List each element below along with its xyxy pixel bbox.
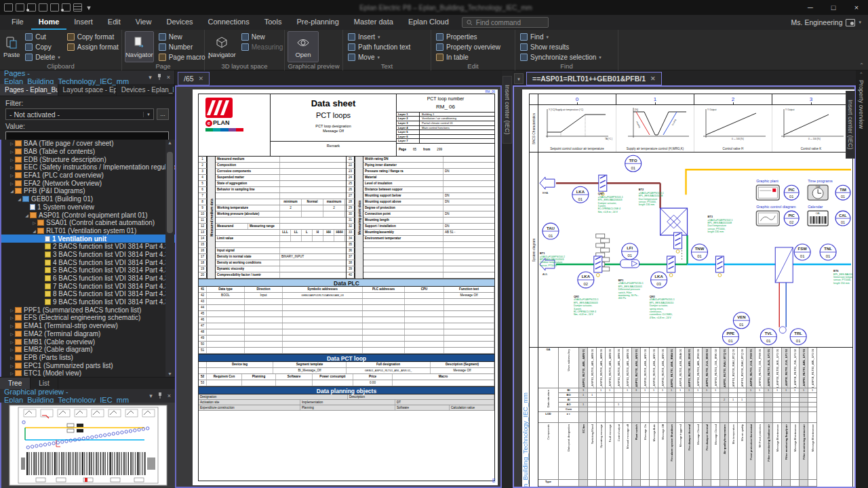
- matrix-column[interactable]: GEB01_ASP01_RLT01_AUL_LF1 011Filter moni…: [764, 348, 773, 487]
- find-command-input[interactable]: Find command: [462, 17, 549, 28]
- tab-schematic-page[interactable]: ==ASP01=RLT01++GEB01&PFB/1 ✕: [526, 72, 662, 85]
- instrument-ven-01[interactable]: VEN01: [733, 312, 749, 329]
- property-overview-tab[interactable]: Property overview: [858, 80, 865, 130]
- new-button[interactable]: New: [157, 32, 212, 42]
- tree-item[interactable]: 6 BACS function list VDI 3814 Part 4.3: [1, 274, 175, 283]
- synchronize-selection-button[interactable]: Synchronize selection▾: [518, 52, 604, 62]
- instrument-ppe-01[interactable]: PPE01: [722, 329, 738, 345]
- ribbon-tab-tools[interactable]: Tools: [257, 15, 290, 30]
- instrument-tfo-01[interactable]: TFO01: [625, 155, 642, 171]
- pin-icon[interactable]: [157, 392, 163, 400]
- tree-item[interactable]: ▷EMB2 (Cable diagram): [1, 346, 175, 354]
- ribbon-tab-pre-planning[interactable]: Pre-planning: [289, 15, 346, 30]
- remove-formatting-icon[interactable]: [73, 3, 82, 12]
- tree-item[interactable]: 7 BACS function list VDI 3814 Part 4.3: [1, 282, 175, 290]
- open-button[interactable]: Open: [288, 31, 319, 62]
- tree-item[interactable]: 4 BACS function list VDI 3814 Part 4.3: [1, 258, 175, 266]
- matrix-column[interactable]: GEB01_ASP01_RLT01_RAU_BTQ 011Mix air qua…: [738, 348, 747, 487]
- insert-center-tab[interactable]: Insert center (IEC): [502, 76, 512, 144]
- copy-format-button[interactable]: Copy format: [65, 32, 121, 42]
- tree-item[interactable]: 1 Ventilation unit: [1, 235, 175, 243]
- ribbon-tab-view[interactable]: View: [128, 15, 159, 30]
- delete-button[interactable]: Delete▾: [23, 52, 62, 62]
- instrument-lka-03[interactable]: LKA03: [651, 272, 667, 288]
- properties-button[interactable]: Properties: [434, 32, 502, 42]
- tree-item[interactable]: ▷EFA1 (PLC card overview): [1, 171, 175, 180]
- matrix-column[interactable]: GEB01_ASP01_RLT01_ABL_BSK 011Message Clo…: [694, 348, 703, 487]
- tree-item[interactable]: ◢PFB (P&I Diagrams): [1, 187, 175, 195]
- instrument-lfi-01[interactable]: LFI01: [622, 243, 638, 260]
- tree-expander-icon[interactable]: ▷: [9, 371, 15, 375]
- center-canvas[interactable]: RM_06 ePLANData sheetPCT loopsPCT loop d…: [175, 85, 502, 488]
- ribbon-tab-insert[interactable]: Insert: [66, 15, 100, 30]
- tree-expander-icon[interactable]: ▷: [9, 331, 15, 336]
- ribbon-tab-file[interactable]: File: [4, 15, 31, 30]
- matrix-column[interactable]: GEB01_ASP01_RLT01_ZUL_BSK 021Fire damper…: [703, 348, 711, 487]
- tree-expander-icon[interactable]: ◢: [9, 188, 15, 193]
- close-icon[interactable]: ✕: [650, 75, 656, 82]
- matrix-column[interactable]: GEB01_ASP01_RLT01_ZUL_LF1 021Message Mai…: [791, 348, 800, 487]
- matrix-column[interactable]: GEB01_ASP01_RLT01_ANL_ANS 011Message On: [641, 348, 650, 487]
- tree-item[interactable]: ▷PPF1 (Summarized BACS function list): [1, 306, 175, 314]
- tree-item[interactable]: ▷BAA (Title page / cover sheet): [1, 140, 175, 148]
- tree-expander-icon[interactable]: ▷: [9, 363, 15, 368]
- tree-item[interactable]: 9 BACS function list VDI 3814 Part 4.3: [1, 298, 175, 306]
- close-icon[interactable]: ✕: [199, 75, 204, 82]
- restore-button[interactable]: □: [822, 0, 845, 15]
- qat-overflow-icon[interactable]: ▾: [85, 3, 93, 12]
- undo-icon[interactable]: [39, 3, 47, 12]
- minimize-button[interactable]: ─: [799, 0, 822, 15]
- user-account-menu[interactable]: Ms. Engineering ▾: [791, 18, 868, 26]
- redo-all-icon[interactable]: [62, 3, 71, 12]
- matrix-column[interactable]: GEB01_ASP01_RLT01_ABL_ABN 011Fault messa…: [606, 348, 614, 487]
- tree-item[interactable]: ◢RLT01 (Ventilation system 01): [1, 227, 175, 235]
- close-icon[interactable]: ×: [167, 392, 171, 399]
- instrument-tnw-01[interactable]: TNW01: [692, 244, 708, 260]
- undo-all-icon[interactable]: [27, 3, 36, 12]
- insert-center-tab[interactable]: Insert center (IEC): [846, 91, 855, 159]
- pin-icon[interactable]: [157, 74, 162, 81]
- calendar-group[interactable]: CalendarCALCAL01: [808, 205, 850, 226]
- property-overview-button[interactable]: Property overview: [434, 42, 502, 52]
- matrix-column[interactable]: GEB01_ASP01_RLT01_ZUL_BSK 021Message Clo…: [711, 348, 720, 487]
- paste-button[interactable]: Paste: [3, 31, 20, 62]
- close-button[interactable]: ×: [845, 0, 868, 15]
- navigator-button[interactable]: Navigator: [208, 31, 237, 62]
- chevron-up-icon[interactable]: ⌃: [859, 72, 863, 77]
- right-canvas[interactable]: 01234 BACS Characteristics Y [°C] Supply…: [513, 85, 856, 488]
- move-button[interactable]: Move▾: [346, 52, 412, 62]
- tree-item[interactable]: ▷EFS (Electrical engineering schematic): [1, 314, 175, 322]
- matrix-column[interactable]: GEB01_ASP01_RLT01_ANL_ANS 011Message Aut…: [650, 348, 658, 487]
- ribbon-tab-connections[interactable]: Connections: [201, 15, 257, 30]
- matrix-column[interactable]: GEB01_ASP01_RLT01_RAU_BTQ 012Air quality…: [720, 348, 729, 487]
- instrument-lka-01[interactable]: LKA01: [572, 186, 589, 203]
- new-page-icon[interactable]: [4, 3, 13, 12]
- matrix-column[interactable]: GEB01_ASP01_RLT01_ABL_LF1 031Filter moni…: [800, 348, 808, 487]
- tree-expander-icon[interactable]: ▷: [9, 165, 15, 169]
- instrument-trl-01[interactable]: TRL01: [790, 329, 806, 345]
- ribbon-tab-edit[interactable]: Edit: [100, 15, 128, 30]
- ribbon-tab-home[interactable]: Home: [31, 15, 67, 30]
- cut-button[interactable]: Cut: [23, 32, 62, 42]
- redo-icon[interactable]: [50, 3, 59, 12]
- matrix-column[interactable]: GEB01_ASP01_RLT01_AUL_LF1 011Message Mai…: [773, 348, 782, 487]
- instrument-fsw-01[interactable]: FSW01: [794, 244, 810, 260]
- tree-item[interactable]: ▷SSA01 (Control cabinet automation): [1, 219, 175, 227]
- tab-list-dropdown[interactable]: ▾: [514, 73, 524, 84]
- new-button[interactable]: New: [239, 32, 285, 42]
- tree-item[interactable]: 1 System overview: [1, 203, 175, 211]
- preview-canvas[interactable]: [0, 403, 175, 488]
- find-button[interactable]: Find▾: [518, 32, 604, 42]
- matrix-column[interactable]: GEB01_ASP01_RLT01_ABL_BSK 011Fire damper…: [685, 348, 694, 487]
- tree-scrollbar[interactable]: ▲ ▼: [165, 140, 174, 377]
- measuring-button[interactable]: Measuring: [239, 42, 285, 52]
- ribbon-tab-devices[interactable]: Devices: [159, 15, 200, 30]
- tree-item[interactable]: ▷EPB (Parts lists): [1, 354, 175, 362]
- tree-expander-icon[interactable]: ◢: [31, 228, 37, 233]
- navigator-tab-1[interactable]: Layout space - Eplan_...: [58, 84, 117, 96]
- tree-expander-icon[interactable]: ▷: [9, 355, 15, 360]
- matrix-column[interactable]: GEB01_ASP01_RLT01_ANL_BMA 011Message tri…: [676, 348, 685, 487]
- tree-expander-icon[interactable]: ▷: [9, 149, 15, 154]
- tree-expander-icon[interactable]: ▷: [31, 220, 37, 225]
- collapse-ribbon-button[interactable]: ⌃: [859, 62, 864, 68]
